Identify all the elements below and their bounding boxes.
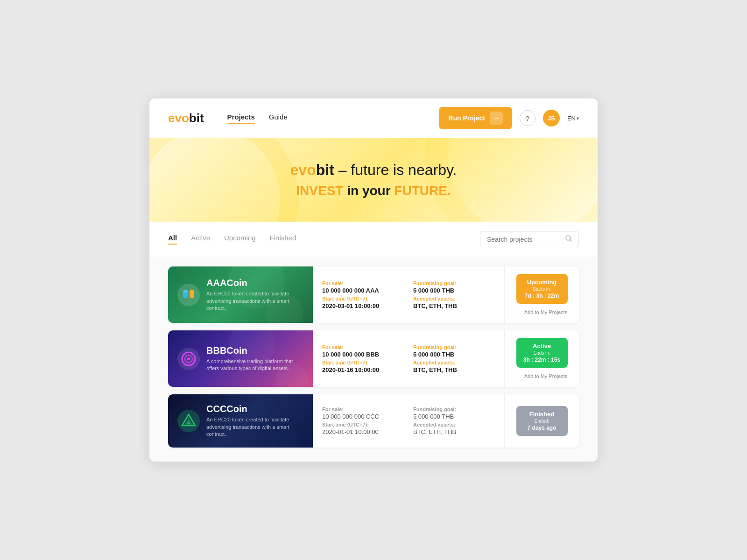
aaa-status-sub: Starts in:	[520, 287, 564, 292]
aaa-fundraising-label: Fundraising goal:	[413, 280, 495, 286]
bbb-for-sale-label: For sale:	[322, 344, 404, 350]
svg-rect-2	[183, 292, 188, 298]
hero-title: evobit – future is nearby.	[168, 161, 579, 179]
aaa-for-sale-label: For sale:	[322, 280, 404, 286]
heart-icon: ♡	[516, 372, 522, 379]
ccc-for-sale-label: For sale:	[322, 406, 404, 412]
search-input[interactable]	[487, 236, 562, 243]
bbb-status-time: 3h : 22m : 15s	[520, 357, 564, 363]
bbb-fundraising-label: Fundraising goal:	[413, 344, 495, 350]
bbb-status-label: Active	[520, 343, 564, 350]
bbb-status-sub: Ends in:	[520, 350, 564, 356]
bbb-accepted-label: Accepted assets:	[413, 360, 495, 365]
project-banner-bbb: BBBCoin A comprehensive trading platform…	[168, 330, 313, 387]
project-list: AAACoin An ERC20 token created to facili…	[149, 257, 598, 461]
search-icon	[565, 235, 572, 243]
table-row: Δ CCCCoin An ERC20 token created to faci…	[168, 394, 579, 447]
ccc-fundraising-value: 5 000 000 THB	[413, 413, 495, 420]
aaa-for-sale-value: 10 000 000 000 AAA	[322, 287, 404, 294]
question-mark-icon: ?	[526, 114, 529, 122]
bbb-add-to-projects[interactable]: ♡ Add to My Projects	[516, 372, 567, 379]
avatar[interactable]: JS	[543, 110, 560, 126]
ccc-status-sub: Ended:	[520, 419, 564, 424]
nav-projects[interactable]: Projects	[227, 113, 255, 124]
aaa-coin-icon	[177, 284, 200, 306]
ccc-status-label: Finished	[520, 411, 564, 418]
ccc-action: Finished Ended: 7 days ago	[504, 394, 579, 447]
hero-bit: bit	[316, 161, 334, 178]
hero-evo: evo	[290, 161, 316, 178]
heart-icon: ♡	[516, 308, 522, 315]
svg-rect-3	[190, 290, 194, 298]
logo-bit: bit	[189, 111, 204, 126]
ccc-details: For sale: 10 000 000 000 CCC Fundraising…	[313, 394, 504, 447]
aaa-status-time: 7d : 3h : 22m	[520, 293, 564, 299]
tab-upcoming[interactable]: Upcoming	[224, 234, 256, 245]
hero-future: FUTURE.	[394, 183, 451, 198]
ccc-start-value: 2020-01-01 10:00:00	[322, 428, 404, 435]
app-container: evobit Projects Guide Run Project → ? JS…	[149, 98, 598, 461]
main-nav: Projects Guide	[227, 113, 439, 124]
ccc-for-sale-value: 10 000 000 000 CCC	[322, 413, 404, 420]
aaa-accepted-label: Accepted assets:	[413, 296, 495, 301]
aaa-details: For sale: 10 000 000 000 AAA Fundraising…	[313, 266, 504, 323]
bbb-start-value: 2020-01-16 10:00:00	[322, 366, 404, 373]
logo[interactable]: evobit	[168, 111, 204, 126]
bbb-status-button[interactable]: Active Ends in: 3h : 22m : 15s	[516, 338, 568, 368]
ccc-start-label: Start time (UTC+7):	[322, 422, 404, 427]
ccc-coin-icon: Δ	[177, 410, 200, 432]
ccc-fundraising-label: Fundraising goal:	[413, 406, 495, 412]
logo-evo: evo	[168, 111, 189, 126]
table-row: AAACoin An ERC20 token created to facili…	[168, 266, 579, 323]
aaa-accepted-value: BTC, ETH, THB	[413, 302, 495, 309]
bbb-details: For sale: 10 000 000 000 BBB Fundraising…	[313, 330, 504, 387]
arrow-right-icon: →	[490, 112, 503, 125]
ccc-status-button[interactable]: Finished Ended: 7 days ago	[516, 406, 568, 436]
svg-text:Δ: Δ	[187, 420, 190, 425]
help-button[interactable]: ?	[520, 110, 536, 126]
project-banner-ccc: Δ CCCCoin An ERC20 token created to faci…	[168, 394, 313, 447]
aaa-start-value: 2020-03-01 10:00:00	[322, 302, 404, 309]
language-selector[interactable]: EN ▾	[567, 115, 579, 122]
bbb-start-label: Start time (UTC+7):	[322, 360, 404, 365]
nav-guide[interactable]: Guide	[269, 113, 288, 124]
aaa-fundraising-value: 5 000 000 THB	[413, 287, 495, 294]
header-right: Run Project → ? JS EN ▾	[439, 107, 579, 129]
filter-bar: All Active Upcoming Finished	[149, 222, 598, 257]
aaa-action: Upcoming Starts in: 7d : 3h : 22m ♡ Add …	[504, 266, 579, 323]
tab-active[interactable]: Active	[191, 234, 210, 245]
hero-subtitle: INVEST in your FUTURE.	[168, 183, 579, 198]
aaa-status-label: Upcoming	[520, 279, 564, 286]
bbb-action: Active Ends in: 3h : 22m : 15s ♡ Add to …	[504, 330, 579, 387]
search-box	[480, 231, 579, 247]
project-banner-aaa: AAACoin An ERC20 token created to facili…	[168, 266, 313, 323]
table-row: BBBCoin A comprehensive trading platform…	[168, 330, 579, 387]
header: evobit Projects Guide Run Project → ? JS…	[149, 98, 598, 138]
hero-invest: INVEST	[296, 183, 343, 198]
hero-banner: evobit – future is nearby. INVEST in you…	[149, 138, 598, 222]
ccc-status-time: 7 days ago	[520, 425, 564, 431]
tab-all[interactable]: All	[168, 234, 177, 245]
ccc-accepted-label: Accepted assets:	[413, 422, 495, 427]
filter-tabs: All Active Upcoming Finished	[168, 234, 480, 245]
aaa-start-label: Start time (UTC+7):	[322, 296, 404, 301]
bbb-fundraising-value: 5 000 000 THB	[413, 351, 495, 358]
run-project-button[interactable]: Run Project →	[439, 107, 512, 129]
aaa-status-button[interactable]: Upcoming Starts in: 7d : 3h : 22m	[516, 274, 568, 304]
svg-rect-4	[183, 290, 188, 293]
aaa-add-to-projects[interactable]: ♡ Add to My Projects	[516, 308, 567, 315]
svg-line-1	[570, 240, 572, 242]
bbb-for-sale-value: 10 000 000 000 BBB	[322, 351, 404, 358]
bbb-accepted-value: BTC, ETH, THB	[413, 366, 495, 373]
bbb-coin-icon	[177, 348, 200, 370]
tab-finished[interactable]: Finished	[270, 234, 296, 245]
ccc-accepted-value: BTC, ETH, THB	[413, 428, 495, 435]
chevron-down-icon: ▾	[577, 116, 579, 121]
svg-point-7	[187, 357, 190, 360]
